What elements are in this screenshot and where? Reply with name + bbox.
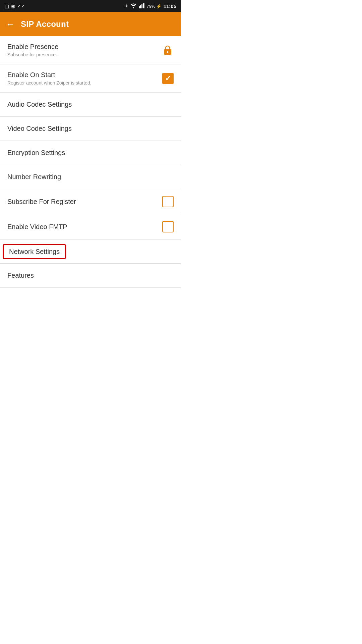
encryption-settings-title: Encryption Settings xyxy=(7,149,65,157)
status-time: 11:05 xyxy=(164,3,176,9)
enable-presence-subtitle: Subscribe for presence. xyxy=(7,52,58,57)
features-title: Features xyxy=(7,272,34,279)
list-item-subscribe-for-register[interactable]: Subscribe For Register xyxy=(0,189,181,214)
settings-list: Enable Presence Subscribe for presence. … xyxy=(0,36,181,288)
network-settings-title: Network Settings xyxy=(9,248,60,255)
lock-icon xyxy=(162,44,174,57)
wifi-icon xyxy=(130,3,137,9)
checkbox-checked-icon[interactable]: ✓ xyxy=(162,73,174,84)
enable-video-fmtp-title: Enable Video FMTP xyxy=(7,223,67,231)
list-item-network-settings[interactable]: Network Settings Network Settings xyxy=(0,239,181,264)
list-item-enable-on-start[interactable]: Enable On Start Register account when Zo… xyxy=(0,64,181,93)
list-item-enable-video-fmtp[interactable]: Enable Video FMTP xyxy=(0,214,181,239)
status-left-icons: ◫ ◉ ✓✓ xyxy=(5,3,25,9)
list-item-encryption-settings[interactable]: Encryption Settings xyxy=(0,141,181,165)
svg-rect-2 xyxy=(141,4,142,8)
enable-presence-title: Enable Presence xyxy=(7,43,58,51)
list-item-features[interactable]: Features xyxy=(0,264,181,288)
list-item-video-codec-settings[interactable]: Video Codec Settings xyxy=(0,117,181,141)
status-right-icons: ⌖ 79% ⚡ 11:05 xyxy=(125,3,176,9)
list-item-audio-codec-settings[interactable]: Audio Codec Settings xyxy=(0,93,181,117)
image-icon: ◫ xyxy=(5,3,9,9)
check-circle-icon: ◉ xyxy=(11,3,15,9)
checkbox-unchecked-subscribe[interactable] xyxy=(162,196,174,207)
number-rewriting-title: Number Rewriting xyxy=(7,173,61,181)
list-item-enable-presence[interactable]: Enable Presence Subscribe for presence. xyxy=(0,36,181,64)
svg-rect-8 xyxy=(167,52,168,53)
bluetooth-icon: ⌖ xyxy=(125,3,128,9)
list-item-number-rewriting[interactable]: Number Rewriting xyxy=(0,165,181,189)
checkmark-double-icon: ✓✓ xyxy=(17,3,25,9)
svg-rect-4 xyxy=(144,3,145,8)
toolbar: ← SIP Account xyxy=(0,12,181,36)
audio-codec-settings-title: Audio Codec Settings xyxy=(7,101,72,108)
video-codec-settings-title: Video Codec Settings xyxy=(7,125,72,132)
battery-indicator: 79% ⚡ xyxy=(147,4,162,9)
signal-icon xyxy=(139,3,145,9)
subscribe-for-register-title: Subscribe For Register xyxy=(7,198,76,206)
svg-rect-3 xyxy=(143,3,144,8)
back-button[interactable]: ← xyxy=(6,19,15,30)
checkbox-unchecked-video-fmtp[interactable] xyxy=(162,221,174,232)
status-bar: ◫ ◉ ✓✓ ⌖ 79% ⚡ 11:05 xyxy=(0,0,181,12)
svg-rect-0 xyxy=(139,6,140,8)
enable-on-start-title: Enable On Start xyxy=(7,71,92,79)
page-title: SIP Account xyxy=(21,19,69,29)
svg-rect-1 xyxy=(140,5,141,8)
enable-on-start-subtitle: Register account when Zoiper is started. xyxy=(7,80,92,86)
